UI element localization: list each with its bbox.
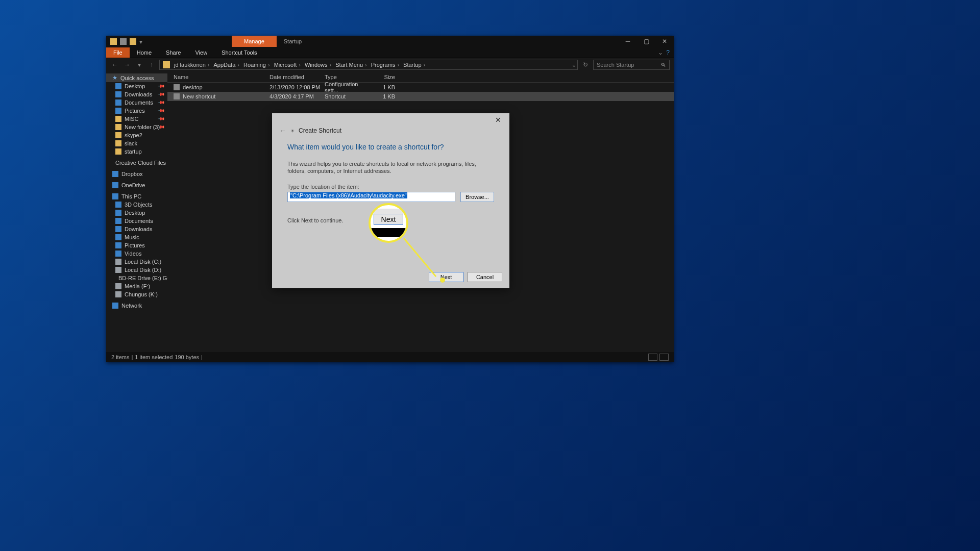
sidebar-label: Videos [125, 251, 141, 257]
contextual-tab-manage[interactable]: Manage [232, 36, 277, 47]
column-size[interactable]: Size [371, 74, 401, 80]
sidebar-quick-access[interactable]: ★ Quick access [106, 73, 167, 82]
sidebar-item-skype2[interactable]: skype2 [106, 131, 167, 139]
folder-icon [163, 61, 170, 68]
sidebar-item-startup[interactable]: startup [106, 147, 167, 156]
sidebar-item-bdre-e[interactable]: BD-RE Drive (E:) GG [106, 274, 167, 282]
documents-icon [115, 99, 121, 106]
breadcrumb-segment[interactable]: Startup [403, 62, 427, 68]
tab-home[interactable]: Home [130, 47, 159, 58]
title-bar: ▾ Manage Startup ─ ▢ ✕ [106, 36, 674, 47]
tab-shortcut-tools[interactable]: Shortcut Tools [214, 47, 264, 58]
navigation-pane: ★ Quick access Desktop📌 Downloads📌 Docum… [106, 71, 167, 352]
sidebar-item-downloads-pc[interactable]: Downloads [106, 225, 167, 233]
documents-icon [115, 218, 121, 224]
column-headers[interactable]: Name Date modified Type Size [167, 71, 674, 83]
file-row[interactable]: desktop 2/13/2020 12:08 PM Configuration… [167, 83, 674, 92]
sidebar-label: BD-RE Drive (E:) GG [118, 275, 167, 281]
sidebar-this-pc[interactable]: This PC [106, 192, 167, 201]
dialog-close-button[interactable]: ✕ [492, 115, 504, 125]
sidebar-label: skype2 [125, 132, 142, 138]
tab-view[interactable]: View [188, 47, 214, 58]
sidebar-label: MISC [125, 116, 139, 122]
dialog-titlebar: ✕ [272, 113, 509, 127]
forward-button[interactable]: → [122, 61, 132, 68]
cancel-button[interactable]: Cancel [468, 272, 502, 282]
help-icon[interactable]: ? [666, 49, 670, 56]
file-size: 1 KB [371, 93, 401, 99]
sidebar-item-3d-objects[interactable]: 3D Objects [106, 201, 167, 209]
sidebar-item-slack[interactable]: slack [106, 139, 167, 147]
pictures-icon [115, 242, 121, 248]
breadcrumb-segment[interactable]: jd laukkonen [174, 62, 211, 68]
icons-view-button[interactable] [659, 354, 669, 361]
breadcrumb-segment[interactable]: Roaming [243, 62, 272, 68]
breadcrumb-segment[interactable]: Windows [305, 62, 333, 68]
sidebar-item-pictures-pc[interactable]: Pictures [106, 241, 167, 249]
refresh-button[interactable]: ↻ [581, 61, 590, 68]
network-icon [112, 303, 118, 309]
sidebar-item-music[interactable]: Music [106, 233, 167, 241]
browse-button[interactable]: Browse... [460, 192, 494, 202]
location-value: "C:\Program Files (x86)\Audacity\audacit… [290, 192, 407, 198]
file-name: New shortcut [183, 93, 215, 99]
star-icon: ★ [112, 74, 117, 81]
sidebar-item-documents-pc[interactable]: Documents [106, 217, 167, 225]
sidebar-item-local-d[interactable]: Local Disk (D:) [106, 266, 167, 274]
sidebar-creative-cloud[interactable]: Creative Cloud Files [106, 159, 167, 167]
search-icon: 🔍︎ [660, 62, 666, 68]
sidebar-item-local-c[interactable]: Local Disk (C:) [106, 258, 167, 266]
up-button[interactable]: ↑ [147, 61, 156, 68]
folder-icon [115, 148, 121, 155]
sidebar-label: Pictures [125, 242, 145, 248]
sidebar-network[interactable]: Network [106, 302, 167, 310]
breadcrumb-segment[interactable]: Programs [371, 62, 401, 68]
sidebar-label: Music [125, 234, 139, 240]
sidebar-label: Pictures [125, 108, 145, 114]
computer-icon [112, 193, 118, 199]
sidebar-onedrive[interactable]: OneDrive [106, 181, 167, 189]
maximize-button[interactable]: ▢ [637, 36, 655, 47]
sidebar-item-desktop[interactable]: Desktop📌 [106, 82, 167, 90]
sidebar-item-documents[interactable]: Documents📌 [106, 98, 167, 107]
sidebar-dropbox[interactable]: Dropbox [106, 170, 167, 178]
sidebar-item-newfolder3[interactable]: New folder (3)📌 [106, 123, 167, 131]
file-row[interactable]: New shortcut 4/3/2020 4:17 PM Shortcut 1… [167, 92, 674, 101]
search-box[interactable]: Search Startup 🔍︎ [593, 60, 670, 70]
sidebar-label: Quick access [120, 75, 154, 81]
sidebar-item-downloads[interactable]: Downloads📌 [106, 90, 167, 98]
column-type[interactable]: Type [325, 74, 371, 80]
sidebar-label: Chungus (K:) [125, 291, 158, 297]
location-input[interactable]: "C:\Program Files (x86)\Audacity\audacit… [287, 192, 455, 202]
sidebar-item-misc[interactable]: MISC📌 [106, 115, 167, 123]
breadcrumb-segment[interactable]: Start Menu [335, 62, 369, 68]
tab-file[interactable]: File [106, 47, 130, 58]
address-bar[interactable]: jd laukkonen AppData Roaming Microsoft W… [159, 60, 578, 70]
minimize-button[interactable]: ─ [619, 36, 637, 47]
chevron-down-icon[interactable]: ▾ [139, 38, 146, 45]
details-view-button[interactable] [648, 354, 657, 361]
new-folder-icon[interactable] [130, 38, 136, 45]
column-name[interactable]: Name [167, 74, 270, 80]
sidebar-label: Downloads [125, 226, 152, 232]
sidebar-item-media-f[interactable]: Media (F:) [106, 282, 167, 290]
close-button[interactable]: ✕ [655, 36, 674, 47]
navigation-bar: ← → ▾ ↑ jd laukkonen AppData Roaming Mic… [106, 58, 674, 71]
breadcrumb-segment[interactable]: AppData [213, 62, 241, 68]
sidebar-item-pictures[interactable]: Pictures📌 [106, 107, 167, 115]
dialog-back-button[interactable]: ← [279, 127, 286, 135]
back-button[interactable]: ← [110, 61, 119, 68]
sidebar-item-chungus-k[interactable]: Chungus (K:) [106, 290, 167, 298]
properties-icon[interactable] [120, 38, 127, 45]
window-title: Startup [281, 36, 305, 46]
ribbon-chevron-icon[interactable]: ⌄ [658, 49, 663, 56]
tab-share[interactable]: Share [159, 47, 188, 58]
dropbox-icon [112, 171, 118, 177]
column-date[interactable]: Date modified [270, 74, 325, 80]
address-dropdown-icon[interactable]: ⌄ [572, 62, 576, 68]
breadcrumb-segment[interactable]: Microsoft [274, 62, 303, 68]
file-date: 4/3/2020 4:17 PM [270, 93, 325, 99]
sidebar-item-desktop-pc[interactable]: Desktop [106, 209, 167, 217]
recent-locations-button[interactable]: ▾ [135, 61, 144, 68]
sidebar-item-videos[interactable]: Videos [106, 249, 167, 258]
